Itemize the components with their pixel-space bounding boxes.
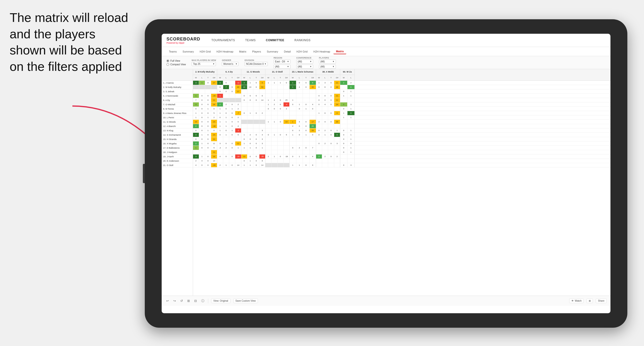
cell [278, 142, 284, 146]
filter-players-sub-select[interactable]: (All) ▼ [319, 65, 336, 69]
tab-players[interactable]: Players [250, 49, 264, 54]
cell: 1 [223, 115, 229, 120]
cell: 0 [229, 115, 235, 120]
cell: 0 [334, 111, 340, 115]
cell: 1 [223, 133, 229, 137]
cell [310, 137, 316, 141]
cell: 1 [241, 142, 247, 146]
cell: 3 [348, 163, 354, 167]
cell: 0 [193, 107, 199, 111]
tab-matrix2[interactable]: Matrix [334, 49, 346, 54]
filter-max-players-select[interactable]: Top 25 ▼ [192, 62, 216, 66]
cell: 0 [316, 85, 322, 89]
cell [290, 107, 296, 111]
cell: 2 [272, 102, 278, 107]
view-original-btn[interactable]: View: Original [211, 299, 230, 303]
radio-compact-view[interactable]: Compact View [166, 63, 186, 66]
cell: 4 [260, 133, 265, 137]
cell: 4 [241, 81, 247, 85]
cell [193, 85, 199, 89]
filter-conference-select[interactable]: (All) ▼ [296, 59, 313, 64]
tab-summary2[interactable]: Summary [264, 49, 280, 54]
nav-teams[interactable]: TEAMS [244, 38, 257, 43]
cell: 0 [278, 133, 284, 137]
cell [253, 120, 260, 124]
nav-rankings[interactable]: RANKINGS [293, 38, 312, 43]
cell [260, 150, 265, 154]
cell: 0 [328, 120, 334, 124]
cell [316, 159, 322, 163]
cell: 0 [303, 124, 310, 128]
cell [278, 150, 284, 154]
tab-h2h-heatmap[interactable]: H2H Heatmap [214, 49, 236, 54]
cell: 0 [303, 163, 310, 167]
redo-icon[interactable]: ↪ [172, 298, 176, 303]
cell: 0 [340, 163, 348, 167]
radio-full-view[interactable]: Full View [166, 59, 186, 62]
bottom-toolbar: ↩ ↪ ↺ ⊞ ⊟ ⓘ View: Original Save Custom V… [162, 296, 610, 306]
cell: 2 [223, 89, 229, 93]
cell: 3 [193, 81, 199, 85]
filter-region-sub-select[interactable]: (All) ▼ [274, 65, 290, 69]
undo-icon[interactable]: ↩ [166, 298, 170, 303]
tab-summary[interactable]: Summary [180, 49, 196, 54]
cell: 0 [316, 102, 322, 107]
watch-btn[interactable]: 👁 Watch [569, 299, 584, 303]
tab-teams[interactable]: Teams [166, 49, 179, 54]
cell: 0 [328, 102, 334, 107]
save-custom-btn[interactable]: Save Custom View [233, 299, 258, 303]
player-row-7: 8. M Torres [162, 107, 193, 111]
filter-conference-label: Conference [296, 57, 313, 59]
tab-h2h-grid[interactable]: H2H Grid [197, 49, 213, 54]
cell: 0 [316, 94, 322, 98]
cell: 1 [247, 146, 253, 150]
cell: 2 [193, 142, 199, 146]
cell [235, 159, 241, 163]
cell: 0 [322, 111, 328, 115]
cell: 2 [322, 142, 328, 146]
filter-gender-select[interactable]: Women's ▼ [222, 62, 239, 66]
tab-h2h-heatmap2[interactable]: H2H Heatmap [311, 49, 333, 54]
view-original-label: View: Original [213, 300, 228, 302]
zoom-icon[interactable]: ⊟ [194, 298, 198, 303]
cell [247, 89, 253, 93]
cell: 25 [310, 124, 316, 128]
cell: 1 [340, 94, 348, 98]
layout-btn[interactable]: ⊞ [586, 299, 593, 303]
filter-region-select[interactable]: East - DII ▼ [274, 59, 290, 64]
cell: 1 [290, 98, 296, 102]
col-group-wza-name: 60. W Za [340, 69, 354, 75]
cell [296, 159, 303, 163]
cell: 9 [310, 163, 316, 167]
cell: 8 [260, 159, 265, 163]
cell [253, 128, 260, 133]
info-icon[interactable]: ⓘ [200, 298, 205, 304]
tab-matrix[interactable]: Matrix [237, 49, 249, 54]
filter-players-select[interactable]: (All) ▼ [319, 59, 336, 64]
cell [303, 150, 310, 154]
nav-tournaments[interactable]: TOURNAMENTS [210, 38, 236, 43]
refresh-icon[interactable]: ↺ [180, 298, 184, 303]
cell [303, 115, 310, 120]
tab-detail[interactable]: Detail [282, 49, 293, 54]
cell: 3 [217, 142, 223, 146]
cell: 1 [348, 150, 354, 154]
col-sub-dif5: Dif [310, 75, 316, 80]
tab-h2h-grid2[interactable]: H2H Grid [294, 49, 310, 54]
cell [229, 98, 235, 102]
cell: 1 [217, 107, 223, 111]
share-btn[interactable]: Share [596, 299, 606, 303]
copy-icon[interactable]: ⊞ [186, 298, 190, 303]
nav-bar: SCOREBOARD Powered by clippd TOURNAMENTS… [162, 34, 610, 47]
cell: 1 [217, 120, 223, 124]
player-row-17: 18. J Hodgson [162, 150, 193, 155]
filter-division-select[interactable]: NCAA Division II ▼ [244, 62, 268, 66]
cell: 2 [235, 102, 241, 107]
cell: 1 [334, 128, 340, 133]
cell: -20 [235, 155, 241, 159]
cell: 0 [205, 146, 211, 150]
nav-committee[interactable]: COMMITTEE [264, 38, 286, 43]
cell: 1 [266, 98, 272, 102]
cell: 0 [322, 94, 328, 98]
filter-conference-sub-select[interactable]: (All) ▼ [296, 65, 313, 69]
